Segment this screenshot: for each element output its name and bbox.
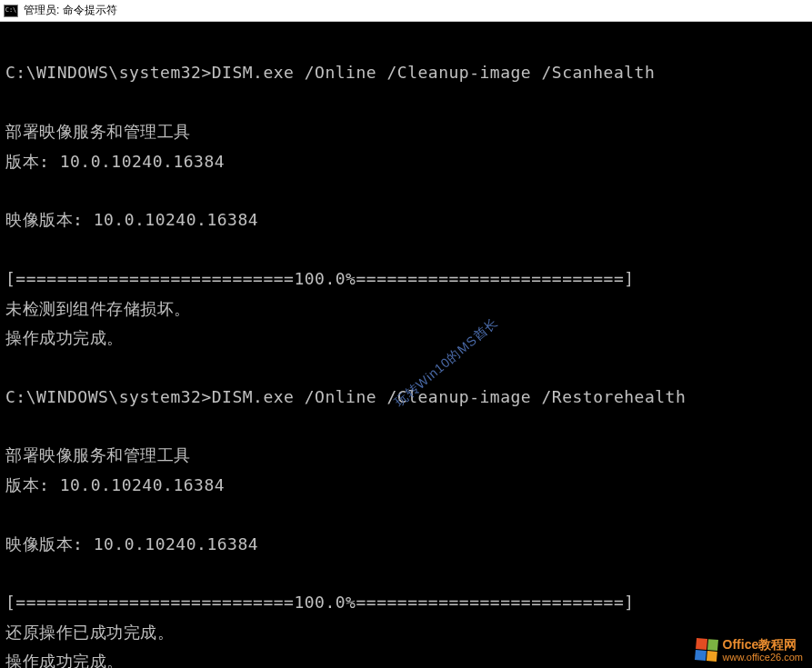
terminal-line: 版本: 10.0.10240.16384 [5, 152, 225, 171]
terminal-line: 映像版本: 10.0.10240.16384 [5, 210, 258, 229]
footer-brand: Office教程网 www.office26.com [696, 638, 803, 663]
terminal-line: [===========================100.0%======… [5, 593, 635, 612]
terminal-line: 映像版本: 10.0.10240.16384 [5, 534, 258, 553]
brand-title: Office教程网 [723, 638, 803, 652]
terminal-line: 部署映像服务和管理工具 [5, 122, 191, 141]
brand-text-block: Office教程网 www.office26.com [723, 638, 803, 663]
terminal-line: 版本: 10.0.10240.16384 [5, 475, 225, 494]
terminal-line: [===========================100.0%======… [5, 269, 635, 288]
window-title: 管理员: 命令提示符 [24, 3, 117, 18]
terminal-line: C:\WINDOWS\system32>DISM.exe /Online /Cl… [5, 63, 655, 82]
terminal-line: 部署映像服务和管理工具 [5, 445, 191, 464]
terminal-line: 还原操作已成功完成。 [5, 623, 174, 642]
office-icon [695, 638, 718, 662]
terminal-line: 操作成功完成。 [5, 328, 124, 347]
cmd-icon-text: C:\ [5, 7, 17, 14]
terminal-line: 未检测到组件存储损坏。 [5, 299, 191, 318]
terminal-line: C:\WINDOWS\system32>DISM.exe /Online /Cl… [5, 387, 686, 406]
brand-url: www.office26.com [723, 652, 803, 663]
terminal-output[interactable]: C:\WINDOWS\system32>DISM.exe /Online /Cl… [0, 22, 812, 668]
cmd-icon: C:\ [4, 5, 18, 17]
title-bar[interactable]: C:\ 管理员: 命令提示符 [0, 0, 812, 22]
terminal-line: 操作成功完成。 [5, 652, 124, 668]
